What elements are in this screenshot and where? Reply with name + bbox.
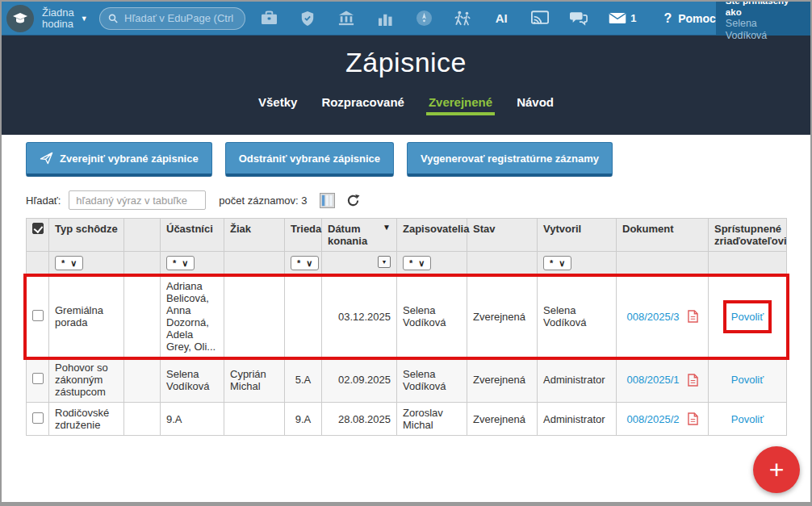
sort-desc-icon[interactable]: ▼ — [383, 223, 391, 232]
filter-vytvoril-select[interactable]: *∨ — [543, 256, 571, 270]
col-ziak[interactable]: Žiak — [224, 219, 285, 252]
table-row[interactable]: Pohovor so zákonným zástupcom Selena Vod… — [27, 358, 787, 403]
filter-date-button[interactable]: ▼ — [378, 256, 391, 268]
tab-navod[interactable]: Návod — [517, 95, 554, 115]
tab-rozpracovane[interactable]: Rozpracované — [321, 95, 404, 115]
tab-vsetky[interactable]: Všetky — [258, 95, 297, 115]
cell-vytvoril: Selena Vodíková — [538, 276, 617, 358]
document-link[interactable]: 008/2025/2 — [626, 413, 679, 425]
columns-icon[interactable] — [320, 193, 335, 208]
cell-datum: 28.08.2025 — [322, 403, 397, 436]
filter-trieda-select[interactable]: *∨ — [291, 256, 319, 270]
col-label: Zapisovatelia — [403, 223, 469, 235]
question-icon: ? — [663, 11, 672, 26]
row-checkbox[interactable] — [32, 412, 44, 424]
add-record-fab[interactable]: + — [753, 446, 800, 493]
refresh-icon[interactable] — [346, 194, 360, 207]
chevron-down-icon: ∨ — [182, 258, 188, 268]
povolit-link[interactable]: Povoliť — [731, 413, 764, 425]
navbar-icons: AI 1 — [260, 10, 636, 27]
cell-trieda — [285, 276, 322, 358]
cell-vytvoril: Administrator — [538, 358, 617, 403]
cell-trieda: 9.A — [285, 403, 322, 436]
edupage-logo[interactable] — [6, 5, 34, 32]
pdf-icon[interactable] — [688, 374, 698, 387]
delete-selected-button[interactable]: Odstrániť vybrané zápisnice — [225, 142, 394, 177]
account-box[interactable]: Ste prihlásený ako Selena Vodíková — [716, 2, 810, 36]
publish-label: Zverejniť vybrané zápisnice — [60, 153, 199, 165]
chevron-down-icon: ∨ — [418, 258, 425, 268]
col-stav[interactable]: Stav — [467, 219, 538, 252]
top-navbar: Žiadna hodina ▼ — [2, 2, 810, 36]
cell-dokument: 008/2025/2 — [617, 403, 709, 436]
col-ucastnici[interactable]: Účastníci — [161, 219, 224, 252]
table-search-input[interactable] — [69, 190, 206, 210]
document-link[interactable]: 008/2025/1 — [626, 374, 679, 386]
filter-empty — [224, 252, 285, 276]
col-typ-schodze[interactable]: Typ schôdze — [49, 219, 124, 252]
col-label: Trieda — [291, 223, 321, 235]
pdf-icon[interactable] — [688, 310, 698, 323]
filter-typ: *∨ — [49, 252, 124, 276]
cell-spristupnene: Povoliť — [709, 358, 787, 403]
cell-datum: 02.09.2025 — [322, 358, 397, 403]
filter-ucastnici-select[interactable]: *∨ — [166, 256, 195, 270]
help-button[interactable]: ? Pomoc — [663, 11, 715, 26]
toolbar: Zverejniť vybrané zápisnice Odstrániť vy… — [26, 142, 810, 177]
institution-icon[interactable] — [337, 10, 355, 27]
col-spristupnene[interactable]: Sprístupnené zriaďovateľovi — [709, 219, 787, 252]
filter-empty — [709, 252, 787, 276]
compass-icon[interactable] — [415, 10, 433, 27]
col-trieda[interactable]: Trieda — [285, 219, 322, 252]
chat-icon[interactable] — [570, 10, 588, 27]
lesson-switcher[interactable]: Žiadna hodina ▼ — [42, 7, 88, 30]
table-row[interactable]: Rodičovské združenie 9.A 9.A 28.08.2025 … — [27, 403, 787, 436]
table-row[interactable]: Gremiálna porada Adriana Belicová, Anna … — [27, 276, 787, 358]
cell-spacer — [124, 403, 161, 436]
global-search[interactable] — [99, 7, 245, 30]
briefcase-icon[interactable] — [260, 10, 278, 27]
chevron-down-icon: ∨ — [70, 258, 77, 268]
cell-typ-schodze: Gremiálna porada — [49, 276, 124, 358]
page-title: Zápisnice — [2, 47, 810, 78]
logged-in-as-label: Ste prihlásený ako — [726, 0, 801, 18]
filter-value: * — [173, 258, 176, 268]
povolit-link[interactable]: Povoliť — [731, 311, 764, 323]
document-link[interactable]: 008/2025/3 — [626, 311, 679, 323]
cell-dokument: 008/2025/3 — [617, 276, 709, 358]
filter-typ-select[interactable]: *∨ — [55, 256, 83, 270]
filter-row: *∨ *∨ *∨ ▼ *∨ — [27, 252, 787, 276]
global-search-input[interactable] — [123, 11, 236, 25]
chevron-down-icon: ▼ — [81, 15, 88, 23]
messages-button[interactable]: 1 — [609, 12, 636, 24]
pdf-icon[interactable] — [688, 412, 698, 425]
cell-spristupnene: Povoliť — [709, 403, 787, 436]
col-select — [27, 219, 49, 252]
app-window: Žiadna hodina ▼ — [0, 0, 812, 506]
envelope-icon — [609, 12, 626, 24]
row-checkbox[interactable] — [32, 310, 44, 321]
cast-icon[interactable] — [531, 10, 549, 27]
select-all-checkbox[interactable] — [32, 223, 44, 234]
ai-icon[interactable]: AI — [492, 10, 510, 27]
generate-records-button[interactable]: Vygenerovať registratúrne záznamy — [407, 142, 613, 177]
povolit-link[interactable]: Povoliť — [731, 374, 764, 386]
shield-check-icon[interactable] — [299, 10, 316, 27]
row-checkbox[interactable] — [32, 373, 44, 384]
col-datum-konania[interactable]: ▼Dátum konania — [322, 219, 397, 252]
publish-selected-button[interactable]: Zverejniť vybrané zápisnice — [26, 142, 212, 177]
col-label: Stav — [473, 223, 495, 235]
col-label: Žiak — [230, 223, 251, 235]
plus-icon: + — [769, 455, 785, 485]
col-zapisovatelia[interactable]: Zapisovatelia — [397, 219, 467, 252]
table-section: Typ schôdze Účastníci Žiak Trieda ▼Dátum… — [26, 218, 788, 436]
tab-zverejnene[interactable]: Zverejnené — [429, 95, 492, 115]
cell-stav: Zverejnená — [467, 403, 538, 436]
col-vytvoril[interactable]: Vytvoril — [538, 219, 617, 252]
filter-zapisovatelia-select[interactable]: *∨ — [403, 256, 431, 270]
paper-plane-icon — [40, 152, 53, 165]
col-dokument[interactable]: Dokument — [617, 219, 709, 252]
bar-chart-icon[interactable] — [376, 10, 394, 27]
col-spacer — [124, 219, 161, 252]
walking-people-icon[interactable] — [454, 10, 471, 27]
